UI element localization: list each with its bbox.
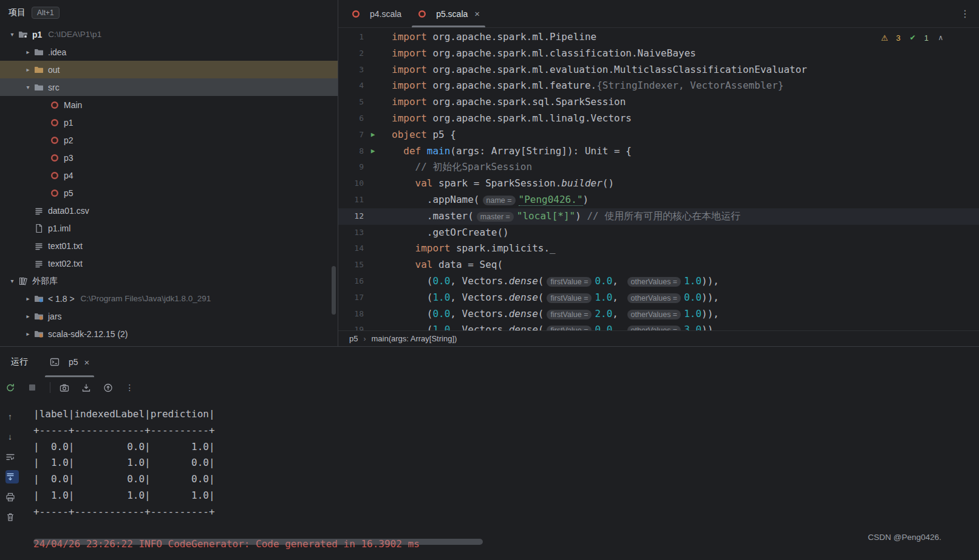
soft-wrap-button[interactable] [5,450,19,463]
camera-button[interactable] [59,380,73,395]
console-line: | 1.0| 1.0| 1.0| [33,488,979,504]
code-line-16[interactable]: 16 (0.0, Vectors.dense(firstValue =0.0, … [338,273,979,290]
check-icon [908,33,918,43]
rerun-button[interactable] [5,380,19,395]
chevron-right-icon[interactable]: ▸ [22,330,34,337]
line-number: 7 [338,127,364,143]
inspections-widget[interactable]: 3 1 [880,33,950,43]
tree-item-main[interactable]: Main [0,96,338,114]
code-line-3[interactable]: 3import org.apache.spark.ml.evaluation.M… [338,62,979,78]
tree-item-scala-sdk-2-12-15-2[interactable]: ▸scala-sdk-2.12.15 (2) [0,325,338,343]
chevron-down-icon[interactable]: ▾ [6,278,18,284]
project-scrollbar[interactable] [332,266,336,315]
passed-badge[interactable]: 1 [908,33,929,43]
gutter-spacer [364,29,382,46]
code-line-13[interactable]: 13 .getOrCreate() [338,225,979,241]
stop-icon [27,383,37,392]
gutter-spacer [364,273,382,290]
tree-item-label: Main [64,100,82,110]
console-output[interactable]: |label|indexedLabel|prediction|+-----+--… [24,400,979,560]
horizontal-scrollbar-thumb[interactable] [33,539,483,545]
breadcrumb-item-method[interactable]: main(args: Array[String]) [371,334,457,343]
tree-item-out[interactable]: ▸out [0,61,338,78]
breadcrumb-item-class[interactable]: p5 [349,334,358,343]
tree-item-p2[interactable]: p2 [0,131,338,149]
editor-tab-p5-scala[interactable]: p5.scala× [409,1,488,27]
chevron-right-icon[interactable]: ▸ [22,66,34,73]
delete-button[interactable] [5,510,19,524]
code-line-15[interactable]: 15 val data = Seq( [338,257,979,273]
project-shortcut-badge: Alt+1 [32,7,60,19]
chevron-down-icon[interactable]: ▾ [6,31,18,38]
arrow-up-icon: ↑ [5,412,15,422]
arrow-up-button[interactable]: ↑ [5,410,19,423]
scroll-to-end-button[interactable] [5,470,19,483]
code-line-18[interactable]: 18 (0.0, Vectors.dense(firstValue =2.0, … [338,306,979,323]
code-line-11[interactable]: 11 .appName(name ="Peng0426.") [338,192,979,208]
run-tab-p5[interactable]: p5 × [44,347,95,377]
chevron-right-icon[interactable]: ▸ [22,313,34,319]
gutter-spacer [364,192,382,208]
tree-item-p4[interactable]: p4 [0,166,338,184]
tree-item-src[interactable]: ▾src [0,78,338,96]
more-options-icon[interactable] [960,9,970,18]
more-button[interactable]: ⋮ [125,380,139,395]
chevron-right-icon[interactable]: ▸ [22,49,34,55]
tree-item-text01-txt[interactable]: text01.txt [0,237,338,254]
chevron-up-icon[interactable] [936,33,946,43]
print-button[interactable] [5,490,19,504]
code-text: import org.apache.spark.ml.classificatio… [382,46,696,62]
tree-item-p1-iml[interactable]: p1.iml [0,219,338,237]
tree-item-p5[interactable]: p5 [0,184,338,202]
code-line-7[interactable]: 7▶object p5 { [338,127,979,143]
code-line-2[interactable]: 2import org.apache.spark.ml.classificati… [338,46,979,62]
warning-icon [880,33,890,43]
tree-item-label: out [48,65,60,75]
chevron-right-icon[interactable]: ▸ [22,295,34,302]
tree-item-text02-txt[interactable]: text02.txt [0,254,338,272]
code-line-9[interactable]: 9 // 初始化SparkSession [338,159,979,176]
close-tab-icon[interactable]: × [84,357,90,367]
tree-item-1-8[interactable]: ▸< 1.8 >C:\Program Files\Java\jdk1.8.0_2… [0,290,338,307]
code-line-4[interactable]: 4import org.apache.spark.ml.feature.{Str… [338,78,979,94]
warnings-badge[interactable]: 3 [880,33,901,43]
tree-item-data01-csv[interactable]: data01.csv [0,202,338,219]
import-button[interactable] [81,380,95,395]
gutter-spacer [364,94,382,111]
library-icon [18,276,28,286]
delete-icon [5,512,15,522]
console-line: |label|indexedLabel|prediction| [33,406,979,423]
run-line-icon[interactable]: ▶ [364,127,382,143]
code-line-6[interactable]: 6import org.apache.spark.ml.linalg.Vecto… [338,111,979,127]
tree-item-jars[interactable]: ▸jars [0,307,338,325]
chevron-down-icon[interactable]: ▾ [22,84,34,90]
tree-item-p1[interactable]: ▾p1C:\IDEA\P1\p1 [0,26,338,43]
arrow-down-button[interactable]: ↓ [5,430,19,443]
stop-button[interactable] [27,380,41,395]
editor-tab-p4-scala[interactable]: p4.scala [343,1,409,27]
run-panel-title: 运行 [11,357,28,367]
code-line-14[interactable]: 14 import spark.implicits._ [338,241,979,257]
file-lines-icon [34,206,44,216]
close-tab-icon[interactable]: × [474,9,480,19]
code-line-19[interactable]: 19 (1.0, Vectors.dense(firstValue =0.0, … [338,322,979,330]
code-line-17[interactable]: 17 (1.0, Vectors.dense(firstValue =1.0, … [338,290,979,306]
code-line-12[interactable]: 12 .master(master ="local[*]") // 使用所有可用… [338,208,979,225]
code-editor[interactable]: 1import org.apache.spark.ml.Pipeline2imp… [338,28,979,330]
run-line-icon[interactable]: ▶ [364,143,382,160]
gutter-spacer [364,176,382,192]
tree-item-p3[interactable]: p3 [0,149,338,166]
tree-item-label: p1.iml [48,224,70,233]
line-number: 6 [338,111,364,127]
code-line-10[interactable]: 10 val spark = SparkSession.builder() [338,176,979,192]
code-text: object p5 { [382,127,456,143]
tree-item-p1[interactable]: p1 [0,114,338,131]
export-button[interactable] [103,380,117,395]
code-line-8[interactable]: 8▶ def main(args: Array[String]): Unit =… [338,143,979,160]
tree-item-idea[interactable]: ▸.idea [0,43,338,61]
line-number: 2 [338,46,364,62]
tree-item-item[interactable]: ▾外部库 [0,272,338,290]
code-line-5[interactable]: 5import org.apache.spark.sql.SparkSessio… [338,94,979,111]
code-text: def main(args: Array[String]): Unit = { [382,143,632,160]
console-line: | 0.0| 0.0| 1.0| [33,439,979,456]
